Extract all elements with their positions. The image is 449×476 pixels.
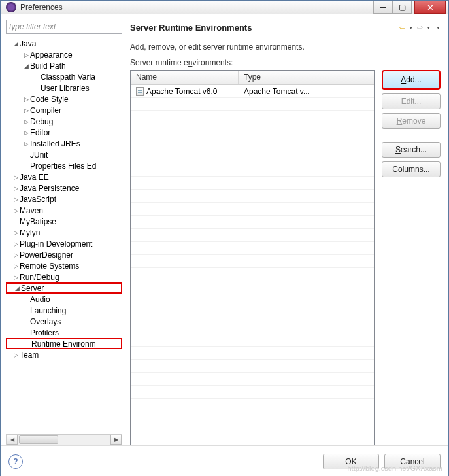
minimize-icon: ─ xyxy=(380,3,386,12)
empty-row xyxy=(131,229,374,242)
tree-item-appearance[interactable]: ▷Appearance xyxy=(6,49,122,60)
empty-row xyxy=(131,124,374,137)
preferences-window: Preferences ─ ▢ ✕ ◢Java ▷Appearance ◢Bui… xyxy=(0,0,449,476)
tree-item-editor[interactable]: ▷Editor xyxy=(6,127,122,138)
edit-button[interactable]: Edit... xyxy=(382,94,441,109)
table-label: Server runtime environments: xyxy=(130,58,441,67)
expand-icon: ▷ xyxy=(12,230,20,236)
left-pane: ◢Java ▷Appearance ◢Build Path Classpath … xyxy=(6,20,122,445)
tree-item-server[interactable]: ◢Server xyxy=(6,282,122,294)
empty-row xyxy=(131,307,374,320)
column-name[interactable]: Name xyxy=(131,71,239,84)
tree-item-javascript[interactable]: ▷JavaScript xyxy=(6,194,122,205)
empty-row xyxy=(131,111,374,124)
table-row[interactable]: Apache Tomcat v6.0 Apache Tomcat v... xyxy=(131,85,374,98)
tree-item-code-style[interactable]: ▷Code Style xyxy=(6,94,122,105)
forward-dropdown-icon[interactable]: ▼ xyxy=(426,26,431,30)
tree-item-mylyn[interactable]: ▷Mylyn xyxy=(6,227,122,238)
forward-icon[interactable]: ⇨ xyxy=(414,22,425,33)
collapse-icon: ◢ xyxy=(23,63,30,69)
expand-icon: ▷ xyxy=(12,174,20,180)
column-type[interactable]: Type xyxy=(239,71,374,84)
add-button[interactable]: Add... xyxy=(382,70,441,90)
expand-icon: ▷ xyxy=(12,241,20,247)
back-icon[interactable]: ⇦ xyxy=(397,22,407,33)
tree-item-remote-systems[interactable]: ▷Remote Systems xyxy=(6,260,122,271)
close-button[interactable]: ✕ xyxy=(414,1,446,14)
tree-item-runtime-environments[interactable]: Runtime Environm xyxy=(6,338,122,349)
empty-row xyxy=(131,216,374,229)
expand-icon: ▷ xyxy=(12,207,20,214)
tree-item-profilers[interactable]: Profilers xyxy=(6,327,122,338)
tree-item-classpath-vars[interactable]: Classpath Varia xyxy=(6,71,122,82)
close-icon: ✕ xyxy=(427,3,434,12)
filter-input[interactable] xyxy=(6,20,122,34)
tree-item-junit[interactable]: JUnit xyxy=(6,149,122,160)
minimize-button[interactable]: ─ xyxy=(373,1,393,14)
tree-item-run-debug[interactable]: ▷Run/Debug xyxy=(6,271,122,282)
tree-item-java-persistence[interactable]: ▷Java Persistence xyxy=(6,182,122,194)
cancel-button[interactable]: Cancel xyxy=(384,454,441,469)
tree-item-launching[interactable]: Launching xyxy=(6,305,122,316)
expand-icon: ▷ xyxy=(23,52,30,58)
tree-item-java-ee[interactable]: ▷Java EE xyxy=(6,171,122,182)
maximize-button[interactable]: ▢ xyxy=(392,1,412,14)
empty-row xyxy=(131,347,374,360)
right-pane: Server Runtime Environments ⇦ ▼ ⇨ ▼ ▼ Ad… xyxy=(127,20,443,445)
empty-row xyxy=(131,137,374,150)
page-title: Server Runtime Environments xyxy=(130,23,397,33)
tree-item-properties-files[interactable]: Properties Files Ed xyxy=(6,160,122,171)
tree-item-powerdesigner[interactable]: ▷PowerDesigner xyxy=(6,249,122,260)
server-icon xyxy=(136,87,144,96)
expand-icon: ▷ xyxy=(12,252,20,258)
back-dropdown-icon[interactable]: ▼ xyxy=(408,26,413,30)
empty-row xyxy=(131,268,374,281)
expand-icon: ▷ xyxy=(23,141,30,147)
table-body: Apache Tomcat v6.0 Apache Tomcat v... xyxy=(131,85,374,445)
empty-row xyxy=(131,255,374,268)
tree-wrap: ◢Java ▷Appearance ◢Build Path Classpath … xyxy=(6,37,122,434)
empty-row xyxy=(131,190,374,203)
tree-item-overlays[interactable]: Overlays xyxy=(6,316,122,327)
empty-row xyxy=(131,98,374,111)
ok-button[interactable]: OK xyxy=(323,454,379,469)
empty-row xyxy=(131,163,374,177)
menu-dropdown-icon[interactable]: ▼ xyxy=(436,26,441,30)
titlebar[interactable]: Preferences ─ ▢ ✕ xyxy=(1,1,448,14)
window-title: Preferences xyxy=(20,3,373,12)
main-split: ◢Java ▷Appearance ◢Build Path Classpath … xyxy=(1,14,448,445)
header-divider xyxy=(130,37,441,37)
expand-icon: ▷ xyxy=(12,352,20,358)
scroll-left-icon[interactable]: ◀ xyxy=(7,435,18,445)
search-button[interactable]: Search... xyxy=(382,142,441,158)
columns-button[interactable]: Columns... xyxy=(382,162,441,177)
tree-item-compiler[interactable]: ▷Compiler xyxy=(6,105,122,116)
runtime-table[interactable]: Name Type Apache Tomcat v6.0 Apache Tomc… xyxy=(130,70,375,445)
maximize-icon: ▢ xyxy=(399,3,406,12)
page-description: Add, remove, or edit server runtime envi… xyxy=(130,42,441,52)
tree-item-plugin-dev[interactable]: ▷Plug-in Development xyxy=(6,238,122,249)
tree-item-team[interactable]: ▷Team xyxy=(6,349,122,360)
tree-item-debug[interactable]: ▷Debug xyxy=(6,116,122,127)
empty-row xyxy=(131,203,374,216)
tree-item-java[interactable]: ◢Java xyxy=(6,38,122,49)
help-icon[interactable]: ? xyxy=(8,454,23,469)
tree-item-mybatipse[interactable]: MyBatipse xyxy=(6,216,122,227)
tree-item-installed-jres[interactable]: ▷Installed JREs xyxy=(6,138,122,149)
button-column: Add... Edit... Remove Search... Columns.… xyxy=(382,70,441,445)
tree-item-user-libraries[interactable]: User Libraries xyxy=(6,82,122,94)
tree-item-build-path[interactable]: ◢Build Path xyxy=(6,60,122,71)
empty-row xyxy=(131,294,374,307)
scroll-right-icon[interactable]: ▶ xyxy=(110,435,122,445)
tree-horizontal-scrollbar[interactable]: ◀ ▶ xyxy=(6,434,122,445)
expand-icon: ▷ xyxy=(23,118,30,125)
page-header: Server Runtime Environments ⇦ ▼ ⇨ ▼ ▼ xyxy=(130,20,441,35)
app-icon xyxy=(6,2,16,12)
scroll-thumb[interactable] xyxy=(19,435,58,444)
tree-item-audio[interactable]: Audio xyxy=(6,294,122,305)
expand-icon: ▷ xyxy=(23,129,30,136)
preferences-tree[interactable]: ◢Java ▷Appearance ◢Build Path Classpath … xyxy=(6,37,122,434)
tree-item-maven[interactable]: ▷Maven xyxy=(6,205,122,216)
remove-button[interactable]: Remove xyxy=(382,113,441,129)
window-controls: ─ ▢ ✕ xyxy=(373,1,446,14)
